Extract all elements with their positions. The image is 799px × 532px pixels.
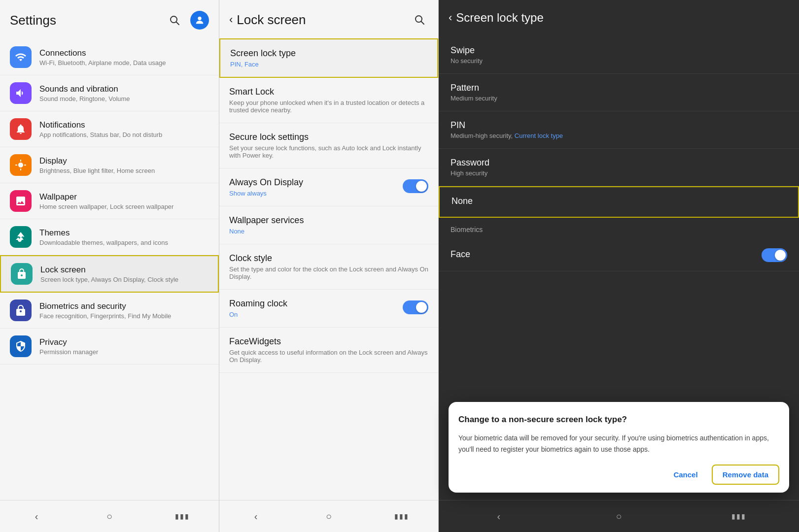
- sounds-text: Sounds and vibration Sound mode, Rington…: [39, 84, 209, 102]
- locktype-swipe[interactable]: Swipe No security: [439, 36, 799, 74]
- back-icon: ‹: [229, 13, 233, 26]
- locktype-pin[interactable]: PIN Medium-high security, Current lock t…: [439, 111, 799, 149]
- alwayson-toggle[interactable]: [403, 179, 428, 193]
- lockscreen-search-button[interactable]: [411, 11, 428, 29]
- middle-recent-btn[interactable]: ▮▮▮: [387, 507, 417, 525]
- alwayson-title: Always On Display: [229, 177, 398, 188]
- privacy-subtitle: Permission manager: [39, 348, 209, 356]
- dialog-cancel-button[interactable]: Cancel: [663, 465, 707, 485]
- screenlocktype-header: ‹ Screen lock type: [439, 0, 799, 33]
- biometrics-subtitle: Face recognition, Fingerprints, Find My …: [39, 312, 209, 320]
- roamingclock-text: Roaming clock On: [229, 299, 398, 318]
- middle-home-btn[interactable]: ○: [314, 507, 344, 525]
- smartlock-text: Smart Lock Keep your phone unlocked when…: [229, 87, 428, 114]
- screenlocktype-back-button[interactable]: ‹ Screen lock type: [449, 11, 544, 25]
- svg-point-2: [198, 17, 201, 20]
- pin-title: PIN: [451, 120, 787, 131]
- lockscreen-item-wallpaperservices[interactable]: Wallpaper services None: [219, 206, 438, 244]
- home-nav-btn[interactable]: ○: [95, 507, 124, 525]
- lockscreen-panel-title: Lock screen: [237, 12, 306, 28]
- facewidgets-description: Get quick access to useful information o…: [229, 349, 428, 364]
- biometrics-title: Biometrics and security: [39, 301, 209, 311]
- biometrics-text: Biometrics and security Face recognition…: [39, 301, 209, 320]
- clockstyle-description: Set the type and color for the clock on …: [229, 266, 428, 280]
- screenlocktype-text: Screen lock type PIN, Face: [230, 48, 427, 68]
- alwayson-subtitle: Show always: [229, 190, 398, 197]
- screenlocktype-title: Screen lock type: [230, 48, 427, 59]
- themes-title: Themes: [39, 228, 209, 238]
- lockscreen-item-alwayson[interactable]: Always On Display Show always: [219, 168, 438, 206]
- middle-back-btn[interactable]: ‹: [241, 507, 271, 525]
- sidebar-item-privacy[interactable]: Privacy Permission manager: [0, 329, 219, 365]
- locktype-face[interactable]: Face: [439, 237, 799, 271]
- lockscreen-item-clockstyle[interactable]: Clock style Set the type and color for t…: [219, 244, 438, 290]
- lockscreen-back-button[interactable]: ‹ Lock screen: [229, 12, 306, 28]
- locktype-none[interactable]: None: [439, 186, 799, 218]
- pattern-subtitle: Medium security: [451, 95, 787, 102]
- locktype-pattern[interactable]: Pattern Medium security: [439, 74, 799, 111]
- search-button[interactable]: [166, 11, 183, 29]
- connections-icon: [10, 46, 32, 68]
- wallpaper-text: Wallpaper Home screen wallpaper, Lock sc…: [39, 192, 209, 210]
- sidebar-item-lockscreen[interactable]: Lock screen Screen lock type, Always On …: [0, 255, 219, 293]
- avatar[interactable]: [190, 11, 209, 30]
- sidebar-item-display[interactable]: Display Brightness, Blue light filter, H…: [0, 147, 219, 183]
- themes-text: Themes Downloadable themes, wallpapers, …: [39, 228, 209, 246]
- dialog-buttons: Cancel Remove data: [458, 465, 779, 485]
- right-bottom-nav: ‹ ○ ▮▮▮: [439, 500, 799, 532]
- settings-panel: Settings Connections: [0, 0, 219, 532]
- settings-header: Settings: [0, 0, 219, 37]
- face-toggle[interactable]: [762, 248, 787, 262]
- display-icon: [10, 154, 32, 176]
- roamingclock-toggle[interactable]: [403, 300, 428, 314]
- lockscreen-title: Lock screen: [40, 265, 208, 275]
- lockscreen-item-smartlock[interactable]: Smart Lock Keep your phone unlocked when…: [219, 78, 438, 123]
- display-title: Display: [39, 156, 209, 166]
- middle-bottom-nav: ‹ ○ ▮▮▮: [219, 500, 438, 532]
- right-back-btn[interactable]: ‹: [484, 507, 514, 525]
- securelock-description: Set your secure lock functions, such as …: [229, 144, 428, 159]
- wallpaper-subtitle: Home screen wallpaper, Lock screen wallp…: [39, 203, 209, 210]
- sidebar-item-themes[interactable]: Themes Downloadable themes, wallpapers, …: [0, 219, 219, 255]
- screenlocktype-panel-title: Screen lock type: [456, 11, 543, 25]
- recent-nav-btn[interactable]: ▮▮▮: [168, 507, 197, 525]
- left-bottom-nav: ‹ ○ ▮▮▮: [0, 500, 219, 532]
- sidebar-item-notifications[interactable]: Notifications App notifications, Status …: [0, 111, 219, 147]
- lockscreen-list: Screen lock type PIN, Face Smart Lock Ke…: [219, 36, 438, 500]
- lockscreen-item-roamingclock[interactable]: Roaming clock On: [219, 290, 438, 328]
- svg-line-1: [176, 22, 179, 25]
- privacy-title: Privacy: [39, 337, 209, 347]
- pattern-title: Pattern: [451, 83, 787, 93]
- pin-subtitle: Medium-high security, Current lock type: [451, 132, 787, 139]
- locktype-password[interactable]: Password High security: [439, 149, 799, 186]
- confirm-dialog: Change to a non-secure screen lock type?…: [449, 402, 789, 493]
- right-recent-btn[interactable]: ▮▮▮: [724, 507, 754, 525]
- facewidgets-text: FaceWidgets Get quick access to useful i…: [229, 336, 428, 364]
- connections-subtitle: Wi-Fi, Bluetooth, Airplane mode, Data us…: [39, 59, 209, 66]
- notifications-subtitle: App notifications, Status bar, Do not di…: [39, 131, 209, 138]
- smartlock-description: Keep your phone unlocked when it's in a …: [229, 99, 428, 114]
- sidebar-item-biometrics[interactable]: Biometrics and security Face recognition…: [0, 293, 219, 329]
- swipe-title: Swipe: [451, 45, 787, 56]
- dialog-confirm-button[interactable]: Remove data: [712, 465, 779, 485]
- roamingclock-title: Roaming clock: [229, 299, 398, 309]
- sounds-subtitle: Sound mode, Ringtone, Volume: [39, 95, 209, 102]
- sidebar-item-wallpaper[interactable]: Wallpaper Home screen wallpaper, Lock sc…: [0, 183, 219, 219]
- themes-subtitle: Downloadable themes, wallpapers, and ico…: [39, 239, 209, 246]
- lockscreen-item-screenlocktype[interactable]: Screen lock type PIN, Face: [219, 38, 438, 78]
- lockscreen-item-facewidgets[interactable]: FaceWidgets Get quick access to useful i…: [219, 328, 438, 373]
- password-title: Password: [451, 158, 787, 168]
- back-nav-btn[interactable]: ‹: [22, 507, 51, 525]
- right-home-btn[interactable]: ○: [604, 507, 633, 525]
- settings-title: Settings: [10, 13, 56, 28]
- biometrics-icon: [10, 299, 32, 321]
- privacy-text: Privacy Permission manager: [39, 337, 209, 356]
- smartlock-title: Smart Lock: [229, 87, 428, 97]
- lockscreen-item-securelock[interactable]: Secure lock settings Set your secure loc…: [219, 123, 438, 168]
- notifications-icon: [10, 118, 32, 140]
- roamingclock-subtitle: On: [229, 311, 398, 318]
- screenlocktype-subtitle: PIN, Face: [230, 61, 427, 68]
- sidebar-item-connections[interactable]: Connections Wi-Fi, Bluetooth, Airplane m…: [0, 39, 219, 75]
- sidebar-item-sounds[interactable]: Sounds and vibration Sound mode, Rington…: [0, 75, 219, 111]
- privacy-icon: [10, 335, 32, 357]
